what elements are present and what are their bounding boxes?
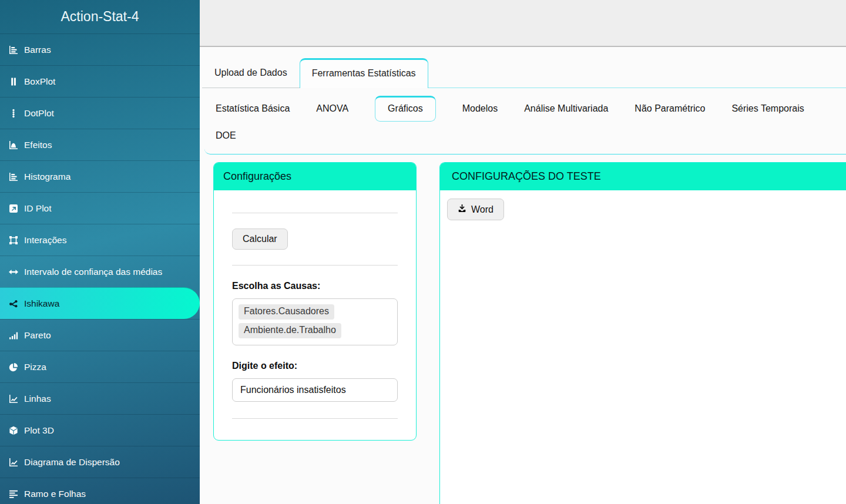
sidebar-item-label: Pizza: [24, 362, 46, 372]
main-area: Upload de DadosFerramentas Estatísticas …: [200, 0, 846, 504]
word-button-label: Word: [471, 204, 494, 215]
sidebar-item-pareto[interactable]: Pareto: [0, 319, 200, 351]
line-chart-icon: [8, 394, 19, 404]
sidebar-item-label: Interações: [24, 235, 66, 246]
boxplot-icon: [8, 77, 19, 86]
sidebar-item-label: Linhas: [24, 394, 51, 404]
test-config-panel-title: CONFIGURAÇÕES DO TESTE: [440, 163, 846, 190]
sidebar-item-label: DotPlot: [24, 108, 54, 119]
sidebar-item-ramo-e-folhas[interactable]: Ramo e Folhas: [0, 478, 200, 504]
selected-cause-tag[interactable]: Fatores.Causadores: [239, 304, 334, 320]
test-config-panel-body: Word: [440, 190, 846, 229]
arrows-horizontal-icon: [8, 267, 19, 277]
sidebar-nav: BarrasBoxPlotDotPlotEfeitosHistogramaID …: [0, 33, 200, 504]
app-title: Action-Stat-4: [0, 0, 200, 33]
sidebar-item-label: BoxPlot: [24, 76, 55, 87]
subtab-estat-stica-b-sica[interactable]: Estatística Básica: [216, 96, 290, 122]
stem-leaf-icon: [8, 489, 19, 499]
vector-square-icon: [8, 236, 19, 245]
panels-row: Configurações Calcular Escolha as Causas…: [200, 154, 846, 504]
bar-chart-icon: [8, 45, 19, 55]
causes-label: Escolha as Causas:: [232, 281, 398, 291]
sidebar-item-ishikawa[interactable]: Ishikawa: [0, 287, 200, 319]
sidebar-item-label: Barras: [24, 45, 51, 55]
app-window: Action-Stat-4 BarrasBoxPlotDotPlotEfeito…: [0, 0, 846, 504]
sidebar-item-intera-es[interactable]: Interações: [0, 224, 200, 256]
signal-bars-icon: [8, 331, 19, 340]
sidebar-item-dotplot[interactable]: DotPlot: [0, 97, 200, 129]
sidebar-item-label: Diagrama de Dispersão: [24, 457, 120, 468]
sidebar-item-efeitos[interactable]: Efeitos: [0, 129, 200, 160]
area-chart-icon: [8, 140, 19, 150]
selected-cause-tag[interactable]: Ambiente.de.Trabalho: [239, 323, 341, 338]
tab-upload-de-dados[interactable]: Upload de Dados: [202, 58, 300, 88]
subtab-gr-ficos[interactable]: Gráficos: [375, 96, 436, 122]
word-export-button[interactable]: Word: [447, 199, 504, 220]
config-panel: Configurações Calcular Escolha as Causas…: [213, 162, 417, 441]
subtab-an-lise-multivariada[interactable]: Análise Multivariada: [524, 96, 608, 122]
sidebar-item-label: Intervalo de confiança das médias: [24, 267, 162, 277]
sub-tab-bar: Estatística BásicaANOVAGráficosModelosAn…: [204, 88, 846, 154]
subtab-s-ries-temporais[interactable]: Séries Temporais: [731, 96, 804, 122]
sidebar-item-label: Plot 3D: [24, 425, 54, 436]
causes-multiselect[interactable]: Fatores.CausadoresAmbiente.de.Trabalho: [232, 298, 398, 345]
effect-label: Digite o efeito:: [232, 361, 398, 371]
test-config-panel: CONFIGURAÇÕES DO TESTE Word: [439, 162, 846, 504]
sidebar-item-plot-3d[interactable]: Plot 3D: [0, 414, 200, 446]
divider: [232, 213, 398, 213]
subtab-n-o-param-trico[interactable]: Não Paramétrico: [634, 96, 705, 122]
sidebar-item-label: ID Plot: [24, 203, 52, 214]
sidebar-item-pizza[interactable]: Pizza: [0, 351, 200, 382]
dotplot-icon: [8, 109, 19, 118]
sidebar-item-intervalo-de-confian-a-das-m-dias[interactable]: Intervalo de confiança das médias: [0, 256, 200, 287]
download-icon: [458, 204, 466, 215]
sidebar-item-diagrama-de-dispers-o[interactable]: Diagrama de Dispersão: [0, 446, 200, 478]
sidebar-item-label: Efeitos: [24, 140, 52, 150]
sidebar-item-boxplot[interactable]: BoxPlot: [0, 65, 200, 97]
effect-input[interactable]: [232, 378, 398, 402]
sidebar-item-id-plot[interactable]: ID Plot: [0, 192, 200, 224]
top-header-strip: [200, 0, 846, 47]
subtab-anova[interactable]: ANOVA: [316, 96, 348, 122]
sidebar-item-label: Ramo e Folhas: [24, 489, 86, 499]
sidebar-item-label: Histograma: [24, 172, 70, 182]
divider: [232, 418, 398, 419]
bar-chart-icon: [8, 172, 19, 182]
sidebar-item-linhas[interactable]: Linhas: [0, 382, 200, 414]
main-tab-bar: Upload de DadosFerramentas Estatísticas: [202, 58, 846, 88]
sidebar-item-barras[interactable]: Barras: [0, 33, 200, 65]
tab-ferramentas-estat-sticas[interactable]: Ferramentas Estatísticas: [300, 58, 428, 88]
calculate-button[interactable]: Calcular: [232, 229, 288, 250]
sidebar-item-histograma[interactable]: Histograma: [0, 160, 200, 192]
sidebar-item-label: Pareto: [24, 330, 51, 341]
config-panel-body: Calcular Escolha as Causas: Fatores.Caus…: [214, 190, 416, 440]
sidebar: Action-Stat-4 BarrasBoxPlotDotPlotEfeito…: [0, 0, 200, 504]
divider: [232, 265, 398, 266]
subtab-doe[interactable]: DOE: [216, 123, 236, 149]
config-panel-title: Configurações: [214, 163, 416, 190]
sidebar-item-label: Ishikawa: [24, 298, 59, 309]
pie-chart-icon: [8, 362, 19, 372]
cube-icon: [8, 426, 19, 435]
external-link-icon: [8, 204, 19, 213]
fishbone-icon: [8, 299, 19, 308]
line-chart-icon: [8, 458, 19, 467]
subtab-modelos[interactable]: Modelos: [462, 96, 498, 122]
